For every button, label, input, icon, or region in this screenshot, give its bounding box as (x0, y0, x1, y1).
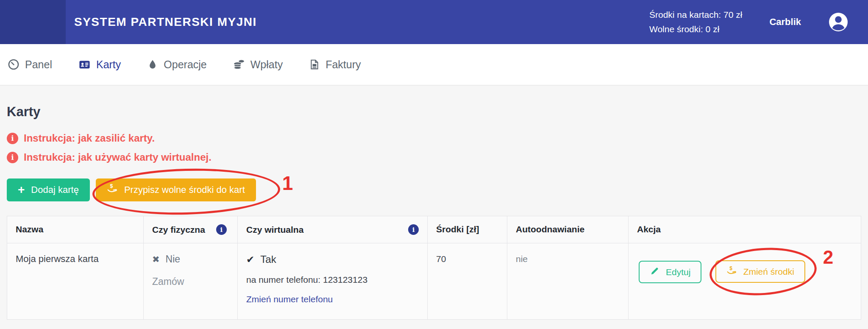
nav-item-operacje[interactable]: Operacje (147, 59, 206, 71)
change-funds-button[interactable]: $ Zmień środki (715, 260, 805, 283)
change-phone-link[interactable]: Zmień numer telefonu (246, 294, 333, 304)
id-card-icon (78, 59, 91, 71)
check-icon: ✔ (246, 254, 254, 265)
col-header-nazwa: Nazwa (7, 216, 144, 243)
info-icon: i (7, 133, 18, 144)
plus-icon: + (18, 184, 25, 196)
physical-value: Nie (166, 254, 181, 265)
instruction-link-virtual[interactable]: i Instrukcja: jak używać karty wirtualne… (7, 151, 861, 163)
instructions: i Instrukcja: jak zasilić karty. i Instr… (7, 132, 861, 163)
balance-summary: Środki na kartach: 70 zł Wolne środki: 0… (649, 8, 742, 36)
col-header-czy-wirtualna: Czy wirtualna i (238, 216, 428, 243)
droplet-icon (147, 59, 158, 70)
table-header-row: Nazwa Czy fizyczna i Czy wirtualna i Śro… (7, 216, 861, 243)
change-funds-label: Zmień środki (743, 267, 794, 277)
col-header-srodki: Środki [zł] (428, 216, 507, 243)
balance-free: Wolne środki: 0 zł (649, 22, 742, 36)
add-card-label: Dodaj kartę (31, 184, 79, 195)
info-icon[interactable]: i (216, 224, 227, 235)
instruction-text: Instrukcja: jak używać karty wirtualnej. (24, 151, 211, 163)
sidebar-stub (0, 0, 66, 44)
info-icon[interactable]: i (408, 224, 419, 235)
info-icon: i (7, 152, 18, 163)
hand-holding-dollar-icon: $ (107, 183, 118, 197)
main-content: Karty i Instrukcja: jak zasilić karty. i… (0, 86, 868, 328)
table-row: Moja pierwsza karta ✖ Nie Zamów ✔ Tak na… (7, 243, 861, 320)
annotation-number-2: 2 (823, 247, 833, 268)
nav-label-wplaty: Wpłaty (250, 59, 283, 71)
virtual-phone: na numer telefonu: 123123123 (246, 275, 419, 285)
col-header-akcja: Akcja (629, 216, 861, 243)
main-nav: Panel Karty Operacje (0, 44, 868, 86)
app-title: SYSTEM PARTNERSKI MYJNI (74, 15, 257, 29)
instruction-link-topup[interactable]: i Instrukcja: jak zasilić karty. (7, 132, 861, 144)
cards-toolbar: + Dodaj kartę $ Przypisz wolne środki do… (7, 178, 861, 201)
pencil-icon (650, 266, 659, 278)
edit-label: Edytuj (666, 267, 690, 277)
nav-label-faktury: Faktury (326, 59, 361, 71)
assign-free-funds-label: Przypisz wolne środki do kart (124, 184, 245, 195)
x-icon: ✖ (152, 254, 160, 265)
nav-label-karty: Karty (96, 59, 121, 71)
cell-autorenew: nie (507, 243, 629, 320)
add-card-button[interactable]: + Dodaj kartę (7, 178, 90, 201)
col-header-autoodnawianie: Autoodnawianie (507, 216, 629, 243)
svg-text:$: $ (110, 183, 113, 189)
order-card-link[interactable]: Zamów (152, 276, 229, 287)
nav-item-karty[interactable]: Karty (78, 59, 121, 71)
cards-table: Nazwa Czy fizyczna i Czy wirtualna i Śro… (7, 216, 861, 320)
balance-on-cards: Środki na kartach: 70 zł (649, 8, 742, 22)
instruction-text: Instrukcja: jak zasilić karty. (24, 132, 155, 144)
file-invoice-icon (309, 59, 320, 70)
nav-item-faktury[interactable]: Faktury (309, 59, 361, 71)
edit-button[interactable]: Edytuj (639, 261, 701, 283)
user-circle-icon[interactable] (828, 12, 849, 32)
cell-funds: 70 (428, 243, 507, 320)
coins-icon (233, 59, 245, 70)
virtual-value: Tak (260, 254, 276, 265)
nav-label-panel: Panel (25, 59, 52, 71)
page-title: Karty (7, 86, 861, 120)
cell-virtual: ✔ Tak na numer telefonu: 123123123 Zmień… (238, 243, 428, 320)
nav-item-panel[interactable]: Panel (8, 59, 52, 71)
assign-free-funds-button[interactable]: $ Przypisz wolne środki do kart (96, 178, 256, 201)
annotation-number-1: 1 (282, 172, 293, 195)
app-header: SYSTEM PARTNERSKI MYJNI Środki na kartac… (0, 0, 868, 44)
hand-holding-dollar-icon: $ (726, 265, 737, 278)
cell-card-name: Moja pierwsza karta (7, 243, 144, 320)
partner-name[interactable]: Carblik (769, 17, 801, 28)
col-header-czy-fizyczna: Czy fizyczna i (144, 216, 238, 243)
svg-text:$: $ (729, 265, 732, 271)
cell-physical: ✖ Nie Zamów (144, 243, 238, 320)
cell-actions: Edytuj $ Zmień środki (629, 243, 861, 320)
nav-label-operacje: Operacje (164, 59, 206, 71)
gauge-icon (8, 59, 19, 70)
nav-item-wplaty[interactable]: Wpłaty (233, 59, 283, 71)
